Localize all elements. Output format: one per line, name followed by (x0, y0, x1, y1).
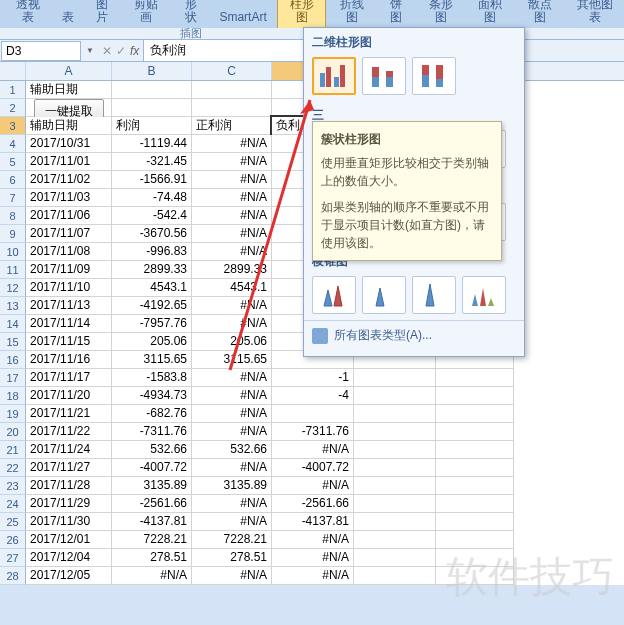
cell[interactable] (354, 459, 436, 477)
cell[interactable]: 2017/11/03 (26, 189, 112, 207)
cell[interactable] (436, 495, 514, 513)
pyramid-4-icon[interactable] (462, 276, 506, 314)
cell[interactable]: -4007.72 (112, 459, 192, 477)
ribbon-tab-9[interactable]: 条形图 (417, 0, 465, 28)
cell[interactable]: #N/A (272, 531, 354, 549)
cell[interactable]: 2017/11/08 (26, 243, 112, 261)
row-header[interactable]: 20 (0, 423, 26, 441)
cell[interactable]: 2017/11/30 (26, 513, 112, 531)
cell[interactable]: 3135.89 (112, 477, 192, 495)
ribbon-tab-0[interactable]: 数据透视表 (4, 0, 52, 28)
row-header[interactable]: 28 (0, 567, 26, 585)
all-chart-types[interactable]: 所有图表类型(A)... (304, 320, 524, 350)
row-header[interactable]: 10 (0, 243, 26, 261)
row-header[interactable]: 8 (0, 207, 26, 225)
pyramid-3-icon[interactable] (412, 276, 456, 314)
row-header[interactable]: 12 (0, 279, 26, 297)
cell[interactable]: -1 (272, 369, 354, 387)
row-header[interactable]: 25 (0, 513, 26, 531)
row-header[interactable]: 7 (0, 189, 26, 207)
cell[interactable]: 2017/11/28 (26, 477, 112, 495)
cell[interactable]: -1119.44 (112, 135, 192, 153)
cell[interactable]: #N/A (272, 549, 354, 567)
cell[interactable]: 2017/11/22 (26, 423, 112, 441)
cell[interactable]: 2017/11/27 (26, 459, 112, 477)
cell[interactable]: 正利润 (192, 117, 272, 135)
cell[interactable]: #N/A (192, 513, 272, 531)
cell[interactable] (354, 423, 436, 441)
percent-stacked-column-icon[interactable] (412, 57, 456, 95)
row-header[interactable]: 26 (0, 531, 26, 549)
cell[interactable]: #N/A (192, 135, 272, 153)
cell[interactable] (436, 369, 514, 387)
cell[interactable] (192, 81, 272, 99)
cell[interactable]: 7228.21 (112, 531, 192, 549)
col-header-b[interactable]: B (112, 62, 192, 80)
cell[interactable]: 278.51 (192, 549, 272, 567)
cell[interactable]: 3115.65 (112, 351, 192, 369)
row-header[interactable]: 3 (0, 117, 26, 135)
cell[interactable]: 4543.1 (112, 279, 192, 297)
ribbon-tab-11[interactable]: 散点图 (516, 0, 564, 28)
cell[interactable]: -7311.76 (272, 423, 354, 441)
cell[interactable] (354, 369, 436, 387)
cell[interactable] (354, 513, 436, 531)
row-header[interactable]: 19 (0, 405, 26, 423)
cell[interactable]: 2017/10/31 (26, 135, 112, 153)
row-header[interactable]: 6 (0, 171, 26, 189)
cell[interactable]: 7228.21 (192, 531, 272, 549)
cell[interactable]: 2017/11/29 (26, 495, 112, 513)
cell[interactable]: 3115.65 (192, 351, 272, 369)
col-header-c[interactable]: C (192, 62, 272, 80)
cell[interactable] (272, 405, 354, 423)
row-header[interactable]: 2 (0, 99, 26, 117)
cell[interactable]: #N/A (192, 423, 272, 441)
row-header[interactable]: 22 (0, 459, 26, 477)
ribbon-tab-3[interactable]: 剪贴画 (123, 0, 171, 28)
cell[interactable] (354, 387, 436, 405)
cell[interactable]: -4934.73 (112, 387, 192, 405)
cell[interactable]: 2017/11/24 (26, 441, 112, 459)
cell[interactable]: #N/A (192, 315, 272, 333)
cell[interactable]: #N/A (192, 153, 272, 171)
cell[interactable]: 2017/12/04 (26, 549, 112, 567)
cell[interactable]: #N/A (272, 567, 354, 585)
ribbon-tab-5[interactable]: SmartArt (211, 7, 274, 28)
ribbon-tab-10[interactable]: 面积图 (467, 0, 515, 28)
stacked-column-icon[interactable] (362, 57, 406, 95)
cell[interactable] (436, 531, 514, 549)
cell[interactable]: 2017/11/13 (26, 297, 112, 315)
ribbon-tab-7[interactable]: 折线图 (328, 0, 376, 28)
cell[interactable]: 2017/11/07 (26, 225, 112, 243)
cell[interactable] (436, 459, 514, 477)
cell[interactable]: -3670.56 (112, 225, 192, 243)
cell[interactable]: 2017/11/21 (26, 405, 112, 423)
cell[interactable]: #N/A (192, 297, 272, 315)
cell[interactable]: 2017/12/05 (26, 567, 112, 585)
cell[interactable]: -321.45 (112, 153, 192, 171)
name-box-dropdown[interactable]: ▼ (82, 46, 98, 55)
cell[interactable]: -4137.81 (272, 513, 354, 531)
cell[interactable]: -542.4 (112, 207, 192, 225)
cell[interactable]: -1566.91 (112, 171, 192, 189)
cell[interactable] (354, 495, 436, 513)
cell[interactable]: 2017/11/09 (26, 261, 112, 279)
cell[interactable]: #N/A (272, 477, 354, 495)
cell[interactable]: 2017/11/06 (26, 207, 112, 225)
row-header[interactable]: 17 (0, 369, 26, 387)
cell[interactable]: #N/A (192, 171, 272, 189)
cell[interactable]: 辅助日期 (26, 117, 112, 135)
cell[interactable]: #N/A (192, 189, 272, 207)
cell[interactable]: 2017/12/01 (26, 531, 112, 549)
ribbon-tab-1[interactable]: 表 (54, 7, 82, 28)
cancel-icon[interactable]: ✕ (102, 44, 112, 58)
cell[interactable] (354, 405, 436, 423)
cell[interactable]: -4137.81 (112, 513, 192, 531)
col-header-a[interactable]: A (26, 62, 112, 80)
row-header[interactable]: 16 (0, 351, 26, 369)
cell[interactable]: 205.06 (192, 333, 272, 351)
cell[interactable]: #N/A (192, 369, 272, 387)
cell[interactable] (354, 549, 436, 567)
row-header[interactable]: 21 (0, 441, 26, 459)
cell[interactable]: 278.51 (112, 549, 192, 567)
